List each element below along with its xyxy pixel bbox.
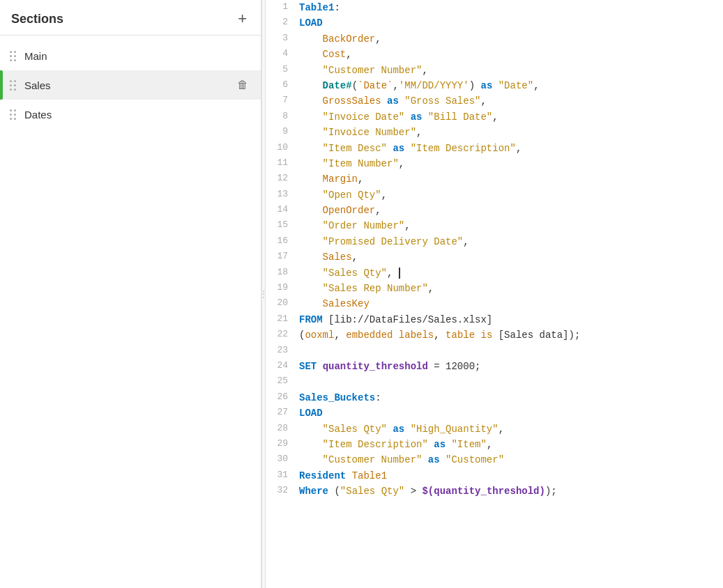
line-num-1: 1 <box>266 0 299 15</box>
code-line-16: 16 "Promised Delivery Date", <box>266 234 723 249</box>
code-line-22: 22 (ooxml, embedded labels, table is [Sa… <box>266 327 723 343</box>
line-num-4: 4 <box>266 47 299 62</box>
line-content-3: BackOrder, <box>299 31 723 47</box>
line-content-22: (ooxml, embedded labels, table is [Sales… <box>299 327 723 343</box>
line-content-26: Sales_Buckets: <box>299 390 723 405</box>
line-content-8: "Invoice Date" as "Bill Date", <box>299 109 723 125</box>
code-line-5: 5 "Customer Number", <box>266 63 723 78</box>
code-line-23: 23 <box>266 343 723 359</box>
line-num-14: 14 <box>266 203 299 218</box>
line-content-15: "Order Number", <box>299 218 723 233</box>
code-line-24: 24 SET quantity_threshold = 12000; <box>266 359 723 374</box>
line-content-24: SET quantity_threshold = 12000; <box>299 359 723 374</box>
line-num-12: 12 <box>266 171 299 187</box>
line-content-10: "Item Desc" as "Item Description", <box>299 141 723 156</box>
line-num-5: 5 <box>266 63 299 78</box>
line-content-1: Table1: <box>299 0 723 15</box>
code-line-8: 8 "Invoice Date" as "Bill Date", <box>266 109 723 125</box>
line-num-23: 23 <box>266 343 299 359</box>
code-line-1: 1 Table1: <box>266 0 723 15</box>
line-content-13: "Open Qty", <box>299 187 723 203</box>
line-content-9: "Invoice Number", <box>299 125 723 140</box>
line-num-28: 28 <box>266 421 299 437</box>
line-content-6: Date#(`Date`,'MM/DD/YYYY') as "Date", <box>299 78 723 93</box>
code-line-6: 6 Date#(`Date`,'MM/DD/YYYY') as "Date", <box>266 78 723 93</box>
line-content-19: "Sales Rep Number", <box>299 281 723 296</box>
code-line-13: 13 "Open Qty", <box>266 187 723 203</box>
code-line-32: 32 Where ("Sales Qty" > $(quantity_thres… <box>266 483 723 499</box>
code-line-18: 18 "Sales Qty", <box>266 265 723 281</box>
line-content-4: Cost, <box>299 47 723 62</box>
code-line-7: 7 GrossSales as "Gross Sales", <box>266 93 723 109</box>
line-num-8: 8 <box>266 109 299 125</box>
line-num-16: 16 <box>266 234 299 249</box>
sidebar-header: Sections + <box>0 0 261 36</box>
code-line-25: 25 <box>266 374 723 389</box>
drag-handle-main[interactable] <box>10 51 16 61</box>
line-num-25: 25 <box>266 374 299 389</box>
line-num-7: 7 <box>266 93 299 109</box>
line-content-7: GrossSales as "Gross Sales", <box>299 93 723 109</box>
line-num-30: 30 <box>266 452 299 467</box>
delete-sales-button[interactable]: 🗑 <box>234 77 251 93</box>
line-content-14: OpenOrder, <box>299 203 723 218</box>
add-section-button[interactable]: + <box>235 11 250 26</box>
line-num-24: 24 <box>266 359 299 374</box>
sidebar: Sections + Main 🗑 Sales 🗑 <box>0 0 261 588</box>
code-line-20: 20 SalesKey <box>266 296 723 311</box>
line-content-20: SalesKey <box>299 296 723 311</box>
code-line-31: 31 Resident Table1 <box>266 468 723 483</box>
line-content-32: Where ("Sales Qty" > $(quantity_threshol… <box>299 483 723 499</box>
line-num-32: 32 <box>266 483 299 499</box>
code-line-17: 17 Sales, <box>266 249 723 265</box>
line-num-29: 29 <box>266 437 299 452</box>
code-line-12: 12 Margin, <box>266 171 723 187</box>
sidebar-items-list: Main 🗑 Sales 🗑 Dates 🗑 <box>0 36 261 588</box>
line-content-27: LOAD <box>299 405 723 421</box>
line-content-23 <box>299 343 723 359</box>
drag-handle-dates[interactable] <box>10 109 16 120</box>
line-num-17: 17 <box>266 249 299 265</box>
code-line-15: 15 "Order Number", <box>266 218 723 233</box>
code-line-11: 11 "Item Number", <box>266 156 723 171</box>
sidebar-item-label-sales: Sales <box>24 79 234 91</box>
line-content-2: LOAD <box>299 15 723 31</box>
code-line-21: 21 FROM [lib://DataFiles/Sales.xlsx] <box>266 312 723 327</box>
code-line-28: 28 "Sales Qty" as "High_Quantity", <box>266 421 723 437</box>
line-content-11: "Item Number", <box>299 156 723 171</box>
line-content-16: "Promised Delivery Date", <box>299 234 723 249</box>
line-num-2: 2 <box>266 15 299 31</box>
line-content-25 <box>299 374 723 389</box>
code-line-19: 19 "Sales Rep Number", <box>266 281 723 296</box>
code-line-30: 30 "Customer Number" as "Customer" <box>266 452 723 467</box>
line-content-21: FROM [lib://DataFiles/Sales.xlsx] <box>299 312 723 327</box>
line-num-6: 6 <box>266 78 299 93</box>
code-line-2: 2 LOAD <box>266 15 723 31</box>
code-line-26: 26 Sales_Buckets: <box>266 390 723 405</box>
code-editor[interactable]: 1 Table1: 2 LOAD 3 BackOrder, 4 Cost, 5 … <box>266 0 723 588</box>
code-line-3: 3 BackOrder, <box>266 31 723 47</box>
code-lines: 1 Table1: 2 LOAD 3 BackOrder, 4 Cost, 5 … <box>266 0 723 500</box>
line-num-10: 10 <box>266 141 299 156</box>
line-num-31: 31 <box>266 468 299 483</box>
line-content-5: "Customer Number", <box>299 63 723 78</box>
code-line-27: 27 LOAD <box>266 405 723 421</box>
sidebar-item-label-main: Main <box>24 50 234 62</box>
sidebar-item-sales[interactable]: Sales 🗑 <box>0 70 261 100</box>
line-num-13: 13 <box>266 187 299 203</box>
sidebar-item-label-dates: Dates <box>24 109 234 121</box>
code-line-29: 29 "Item Description" as "Item", <box>266 437 723 452</box>
drag-handle-sales[interactable] <box>10 80 16 91</box>
code-line-4: 4 Cost, <box>266 47 723 62</box>
line-num-11: 11 <box>266 156 299 171</box>
line-num-20: 20 <box>266 296 299 311</box>
sidebar-item-dates[interactable]: Dates 🗑 <box>0 100 261 129</box>
line-num-15: 15 <box>266 218 299 233</box>
line-num-26: 26 <box>266 390 299 405</box>
code-line-10: 10 "Item Desc" as "Item Description", <box>266 141 723 156</box>
line-num-27: 27 <box>266 405 299 421</box>
line-content-30: "Customer Number" as "Customer" <box>299 452 723 467</box>
code-line-9: 9 "Invoice Number", <box>266 125 723 140</box>
sidebar-item-main[interactable]: Main 🗑 <box>0 41 261 70</box>
line-content-31: Resident Table1 <box>299 468 723 483</box>
